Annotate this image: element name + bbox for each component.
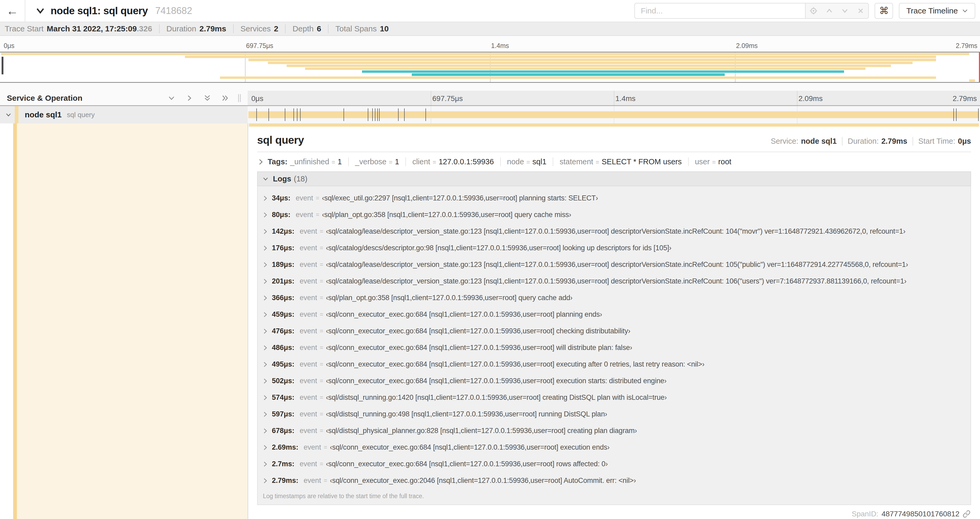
log-entry-row[interactable]: 574μs: event = ‹sql/distsql_running.go:1… [258, 389, 970, 406]
log-marker-tick[interactable] [344, 109, 344, 121]
log-field-value: ‹sql/distsql_physical_planner.go:828 [ns… [326, 427, 637, 435]
log-marker-tick[interactable] [956, 109, 956, 121]
tag-key: node [507, 157, 524, 166]
timeline-gridline [614, 91, 614, 105]
log-equals: = [324, 444, 327, 451]
collapse-trace-chevron-down-icon[interactable] [36, 8, 45, 14]
log-marker-tick[interactable] [269, 109, 269, 121]
log-entry-row[interactable]: 201μs: event = ‹sql/catalog/lease/descri… [258, 273, 970, 289]
log-entry-row[interactable]: 2.69ms: event = ‹sql/conn_executor_exec.… [258, 439, 970, 456]
trace-info-item: Depth 6 [285, 24, 321, 33]
tags-accordion[interactable]: Tags: _unfinished = 1 _verbose = 1 clien… [257, 152, 971, 171]
log-entry-row[interactable]: 80μs: event = ‹sql/plan_opt.go:358 [nsql… [258, 206, 970, 223]
tag-equals: = [596, 158, 599, 166]
focus-target-icon[interactable] [807, 4, 820, 18]
deep-link-icon[interactable] [963, 510, 970, 518]
log-marker-tick[interactable] [978, 109, 979, 121]
span-duration-bar[interactable] [248, 111, 979, 118]
trace-title-wrap[interactable]: node sql1: sql query 7418682 [36, 5, 192, 17]
log-marker-tick[interactable] [377, 109, 378, 121]
log-entry-row[interactable]: 176μs: event = ‹sql/catalog/descs/descri… [258, 240, 970, 256]
collapse-one-chevron-down-icon[interactable] [168, 95, 175, 102]
log-entry-row[interactable]: 142μs: event = ‹sql/catalog/lease/descri… [258, 223, 970, 240]
log-marker-tick[interactable] [297, 109, 298, 121]
span-row-timeline-cell[interactable] [248, 106, 980, 123]
logs-accordion-header[interactable]: Logs (18) [257, 171, 971, 186]
minimap-tick-label: 2.09ms [736, 42, 758, 50]
expand-all-double-chevron-right-icon[interactable] [222, 95, 229, 102]
log-timestamp: 189μs: [272, 260, 294, 269]
prev-result-chevron-up-icon[interactable] [822, 4, 836, 18]
span-row-name-cell[interactable]: node sql1 sql query [0, 106, 248, 123]
minimap-range-end-line[interactable] [979, 53, 980, 82]
log-marker-tick[interactable] [425, 109, 426, 121]
view-selector-button[interactable]: Trace Timeline [899, 3, 975, 19]
log-entry-row[interactable]: 2.79ms: event = ‹sql/conn_executor_exec.… [258, 472, 970, 489]
log-marker-tick[interactable] [256, 109, 257, 121]
trace-info-label: Services [240, 24, 271, 33]
clear-find-x-icon[interactable] [854, 4, 867, 18]
log-marker-tick[interactable] [398, 109, 399, 121]
overview-value: node sql1 [801, 137, 837, 145]
log-timestamp: 486μs: [272, 343, 294, 352]
log-marker-tick[interactable] [285, 109, 285, 121]
log-marker-tick[interactable] [375, 109, 375, 121]
collapse-all-double-chevron-down-icon[interactable] [204, 95, 211, 102]
log-timestamp: 495μs: [272, 360, 294, 369]
log-marker-tick[interactable] [372, 109, 373, 121]
timeline-ruler: 0μs697.75μs1.4ms2.09ms2.79ms [248, 91, 980, 105]
logs-chevron-down-icon [262, 176, 269, 182]
log-field-key: event [300, 343, 317, 352]
minimap-range-scrubber[interactable] [2, 57, 3, 74]
log-equals: = [316, 195, 319, 202]
trace-info-value: 2 [274, 24, 278, 33]
minimap-tick-label: 2.79ms [956, 42, 977, 50]
log-marker-tick[interactable] [953, 109, 954, 121]
trace-info-value: March 31 2022, 17:25:09 [47, 24, 137, 33]
log-entry-row[interactable]: 502μs: event = ‹sql/conn_executor_exec.g… [258, 373, 970, 389]
log-entry-row[interactable]: 34μs: event = ‹sql/exec_util.go:2297 [ns… [258, 190, 970, 206]
log-chevron-right-icon [263, 328, 268, 334]
log-marker-tick[interactable] [379, 109, 380, 121]
span-id-label: SpanID: [852, 510, 878, 518]
log-marker-tick[interactable] [404, 109, 405, 121]
minimap-span-bar [969, 79, 975, 82]
keyboard-shortcuts-button[interactable]: ⌘ [875, 3, 893, 19]
log-entry-row[interactable]: 495μs: event = ‹sql/conn_executor_exec.g… [258, 356, 970, 373]
log-entry-row[interactable]: 459μs: event = ‹sql/conn_executor_exec.g… [258, 306, 970, 323]
trace-info-value: 6 [317, 24, 321, 33]
back-button[interactable]: ← [0, 0, 25, 22]
span-collapse-chevron-down-icon[interactable] [5, 112, 11, 118]
log-field-key: event [300, 393, 317, 402]
log-entry-row[interactable]: 189μs: event = ‹sql/catalog/lease/descri… [258, 256, 970, 273]
expand-one-chevron-right-icon[interactable] [186, 95, 193, 102]
column-resizer-handle[interactable] [238, 94, 241, 102]
log-equals: = [320, 394, 323, 401]
log-entry-row[interactable]: 2.7ms: event = ‹sql/conn_executor_exec.g… [258, 456, 970, 472]
log-entry-row[interactable]: 486μs: event = ‹sql/conn_executor_exec.g… [258, 339, 970, 356]
log-timestamp: 176μs: [272, 244, 294, 252]
tags-chevron-right-icon [258, 158, 263, 165]
log-entry-row[interactable]: 476μs: event = ‹sql/conn_executor_exec.g… [258, 323, 970, 339]
log-timestamp: 476μs: [272, 327, 294, 335]
child-span-duration-bar[interactable] [249, 123, 979, 126]
log-entry-row[interactable]: 678μs: event = ‹sql/distsql_physical_pla… [258, 423, 970, 439]
log-equals: = [320, 460, 323, 468]
next-result-chevron-down-icon[interactable] [838, 4, 852, 18]
minimap-canvas[interactable] [0, 52, 980, 83]
log-marker-tick[interactable] [293, 109, 294, 121]
span-id-value: 4877749850101760812 [881, 510, 959, 518]
log-timestamp: 34μs: [272, 194, 291, 202]
span-detail-title: sql query [257, 134, 304, 146]
log-marker-tick[interactable] [368, 109, 368, 121]
log-entry-row[interactable]: 597μs: event = ‹sql/distsql_running.go:4… [258, 406, 970, 423]
minimap-tick-labels: 0μs697.75μs1.4ms2.09ms2.79ms [0, 36, 980, 52]
find-input[interactable] [634, 3, 805, 19]
log-timestamp: 80μs: [272, 211, 291, 219]
log-field-value: ‹sql/catalog/lease/descriptor_version_st… [326, 260, 908, 269]
log-entry-row[interactable]: 366μs: event = ‹sql/plan_opt.go:358 [nsq… [258, 289, 970, 306]
minimap-span-bar [362, 70, 844, 73]
trace-minimap[interactable]: 0μs697.75μs1.4ms2.09ms2.79ms [0, 36, 980, 83]
timeline-tick-label: 0μs [251, 94, 263, 103]
log-marker-tick[interactable] [300, 109, 301, 121]
